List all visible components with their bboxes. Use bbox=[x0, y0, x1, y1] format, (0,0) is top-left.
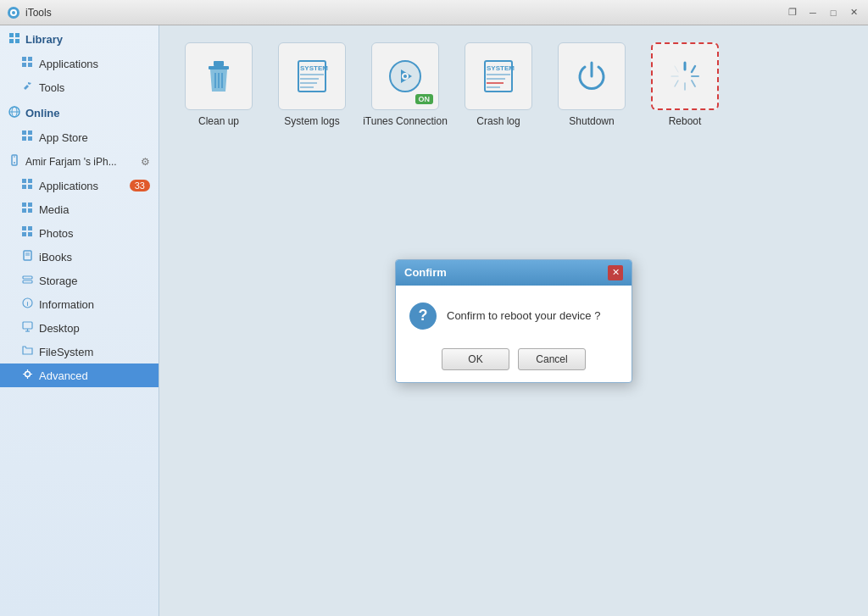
sidebar-appstore-label: App Store bbox=[39, 131, 88, 144]
sidebar-item-tools[interactable]: Tools bbox=[0, 75, 159, 99]
photos-icon bbox=[22, 226, 33, 240]
sidebar: Library Applications Tools Online App bbox=[0, 25, 159, 616]
sidebar-advanced-label: Advanced bbox=[39, 369, 88, 382]
dialog-title-bar: Confirm ✕ bbox=[396, 260, 632, 286]
svg-rect-25 bbox=[22, 203, 26, 207]
svg-rect-7 bbox=[22, 57, 26, 61]
storage-icon bbox=[22, 274, 33, 287]
dialog-title: Confirm bbox=[404, 266, 447, 279]
title-bar: iTools ❐ ─ □ ✕ bbox=[0, 0, 868, 25]
sidebar-filesystem-label: FileSystem bbox=[39, 346, 93, 358]
sidebar-applications-label: Applications bbox=[39, 58, 98, 70]
sidebar-item-storage[interactable]: Storage bbox=[0, 269, 159, 292]
online-label: Online bbox=[25, 107, 59, 119]
confirm-dialog: Confirm ✕ ? Confirm to reboot your devic… bbox=[395, 259, 632, 383]
svg-rect-17 bbox=[28, 136, 32, 141]
question-icon: ? bbox=[409, 302, 437, 330]
sidebar-item-ibooks[interactable]: iBooks bbox=[0, 245, 159, 269]
svg-rect-32 bbox=[28, 232, 32, 236]
svg-rect-37 bbox=[23, 280, 32, 283]
svg-rect-30 bbox=[28, 226, 32, 230]
svg-rect-10 bbox=[28, 63, 32, 67]
sidebar-item-advanced[interactable]: Advanced bbox=[0, 363, 159, 387]
applications-device-icon bbox=[22, 179, 33, 192]
svg-rect-28 bbox=[28, 208, 32, 213]
sidebar-ibooks-label: iBooks bbox=[39, 251, 72, 264]
media-icon bbox=[22, 203, 33, 216]
svg-rect-23 bbox=[22, 185, 26, 189]
device-name: Amir Farjam 's iPh... bbox=[25, 156, 117, 168]
svg-rect-16 bbox=[22, 136, 26, 141]
sidebar-information-label: Information bbox=[39, 298, 94, 311]
svg-rect-36 bbox=[23, 276, 32, 279]
main-content: Clean up SYSTEM System logs bbox=[159, 25, 868, 616]
library-icon bbox=[8, 32, 20, 47]
svg-rect-15 bbox=[28, 130, 32, 135]
sidebar-applications-device-label: Applications bbox=[39, 180, 98, 192]
app-icon bbox=[7, 6, 20, 19]
window-controls: ❐ ─ □ ✕ bbox=[783, 3, 863, 22]
sidebar-item-information[interactable]: i Information bbox=[0, 292, 159, 316]
maximize-button[interactable]: □ bbox=[824, 3, 843, 22]
cancel-button[interactable]: Cancel bbox=[518, 348, 586, 370]
tools-icon bbox=[22, 80, 33, 94]
dialog-message: Confirm to reboot your device ? bbox=[447, 309, 600, 322]
minimize-button[interactable]: ─ bbox=[804, 3, 822, 22]
dialog-body: ? Confirm to reboot your device ? bbox=[396, 286, 632, 341]
svg-rect-22 bbox=[28, 179, 32, 183]
device-manage-icon[interactable]: ⚙ bbox=[141, 156, 150, 168]
app-title: iTools bbox=[25, 7, 861, 19]
information-icon: i bbox=[22, 297, 33, 311]
sidebar-desktop-label: Desktop bbox=[39, 322, 80, 335]
advanced-icon bbox=[22, 369, 33, 382]
dialog-close-button[interactable]: ✕ bbox=[608, 265, 623, 280]
applications-badge: 33 bbox=[130, 180, 150, 191]
sidebar-item-appstore[interactable]: App Store bbox=[0, 125, 159, 149]
ibooks-icon bbox=[22, 250, 33, 264]
desktop-icon bbox=[22, 321, 33, 335]
online-icon bbox=[8, 106, 20, 120]
svg-point-43 bbox=[25, 372, 31, 377]
dialog-overlay: Confirm ✕ ? Confirm to reboot your devic… bbox=[159, 25, 868, 616]
dialog-footer: OK Cancel bbox=[396, 341, 632, 382]
appstore-icon bbox=[22, 130, 33, 144]
svg-rect-24 bbox=[28, 185, 32, 189]
sidebar-item-desktop[interactable]: Desktop bbox=[0, 316, 159, 340]
svg-rect-21 bbox=[22, 179, 26, 183]
sidebar-tools-label: Tools bbox=[39, 81, 64, 94]
sidebar-item-applications-device[interactable]: Applications 33 bbox=[0, 174, 159, 197]
restore-button[interactable]: ❐ bbox=[783, 3, 802, 22]
sidebar-item-media[interactable]: Media bbox=[0, 197, 159, 221]
svg-rect-4 bbox=[15, 33, 19, 37]
library-label: Library bbox=[25, 33, 63, 46]
sidebar-photos-label: Photos bbox=[39, 227, 73, 240]
svg-rect-31 bbox=[22, 232, 26, 236]
svg-rect-29 bbox=[22, 226, 26, 230]
sidebar-item-filesystem[interactable]: FileSystem bbox=[0, 340, 159, 363]
sidebar-storage-label: Storage bbox=[39, 275, 78, 287]
svg-rect-40 bbox=[23, 322, 32, 329]
device-icon bbox=[8, 154, 20, 169]
svg-point-20 bbox=[14, 162, 15, 164]
app-container: Library Applications Tools Online App bbox=[0, 25, 868, 616]
online-section: Online bbox=[0, 99, 159, 125]
sidebar-media-label: Media bbox=[39, 203, 69, 216]
close-button[interactable]: ✕ bbox=[844, 3, 863, 22]
svg-rect-9 bbox=[22, 63, 26, 67]
svg-rect-3 bbox=[9, 33, 14, 37]
svg-rect-6 bbox=[15, 39, 19, 43]
device-row[interactable]: Amir Farjam 's iPh... ⚙ bbox=[0, 149, 159, 174]
sidebar-item-applications[interactable]: Applications bbox=[0, 52, 159, 75]
svg-rect-8 bbox=[28, 57, 32, 61]
svg-rect-14 bbox=[22, 130, 26, 135]
ok-button[interactable]: OK bbox=[442, 348, 509, 370]
svg-rect-5 bbox=[9, 39, 14, 43]
library-section: Library bbox=[0, 25, 159, 52]
svg-text:i: i bbox=[27, 301, 29, 307]
filesystem-icon bbox=[22, 345, 33, 358]
applications-icon bbox=[22, 57, 33, 70]
sidebar-item-photos[interactable]: Photos bbox=[0, 221, 159, 245]
svg-rect-27 bbox=[22, 208, 26, 213]
svg-point-2 bbox=[12, 11, 15, 14]
svg-rect-26 bbox=[28, 203, 32, 207]
